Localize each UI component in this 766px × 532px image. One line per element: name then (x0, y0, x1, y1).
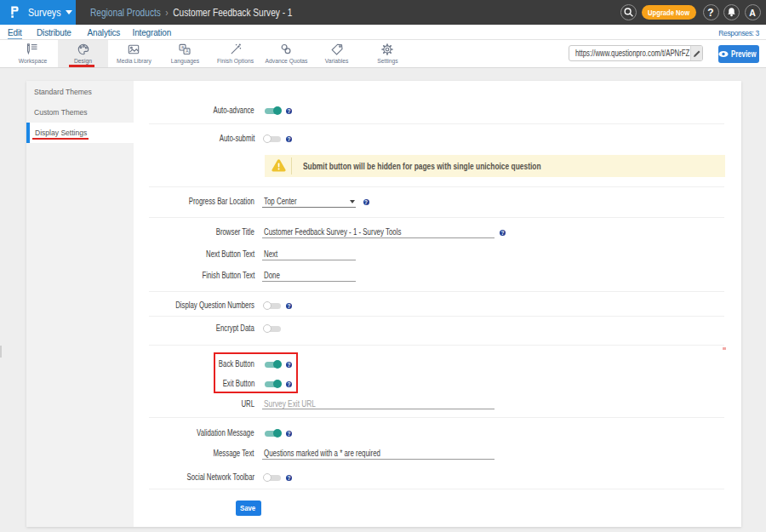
svg-text:A: A (186, 49, 189, 54)
